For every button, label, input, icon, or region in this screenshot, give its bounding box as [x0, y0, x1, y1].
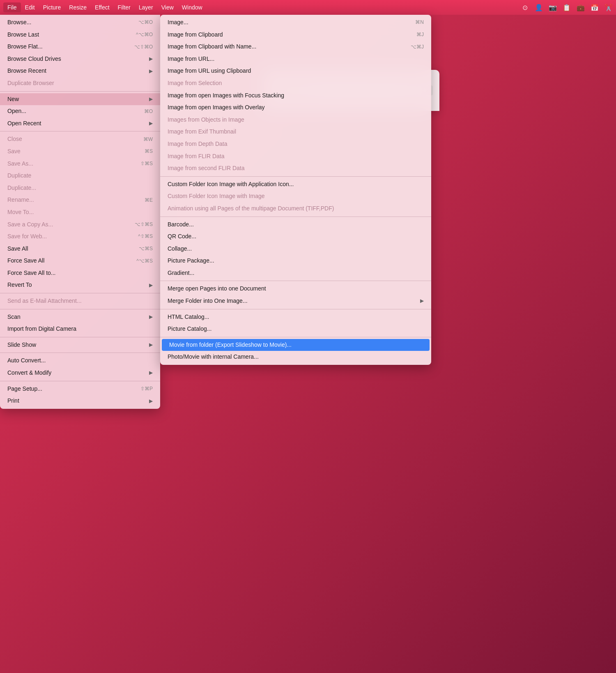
- menu-slide-show[interactable]: Slide Show ▶: [0, 339, 160, 351]
- separator-3: [0, 293, 160, 293]
- submenu-image-flir: Image from FLIR Data: [160, 150, 431, 163]
- menu-resize[interactable]: Resize: [65, 2, 91, 12]
- menu-browse-last[interactable]: Browse Last ^⌥⌘O: [0, 29, 160, 41]
- submenu-image[interactable]: Image... ⌘N: [160, 16, 431, 29]
- calendar-icon[interactable]: 📅: [591, 3, 599, 12]
- menu-view[interactable]: View: [157, 2, 178, 12]
- submenu-image-clipboard-name[interactable]: Image from Clipboard with Name... ⌥⌘J: [160, 41, 431, 53]
- new-submenu: Image... ⌘N Image from Clipboard ⌘J Imag…: [160, 15, 431, 365]
- menu-force-save-all-to[interactable]: Force Save All to...: [0, 267, 160, 279]
- submenu-image-flir2: Image from second FLIR Data: [160, 162, 431, 175]
- menu-force-save-all[interactable]: Force Save All ^⌥⌘S: [0, 255, 160, 267]
- file-menu: Browse... ⌥⌘O Browse Last ^⌥⌘O Browse Fl…: [0, 15, 160, 409]
- menu-browse[interactable]: Browse... ⌥⌘O: [0, 16, 160, 29]
- submenu-gradient[interactable]: Gradient...: [160, 267, 431, 279]
- menu-window[interactable]: Window: [178, 2, 207, 12]
- submenu-picture-catalog[interactable]: Picture Catalog...: [160, 323, 431, 335]
- menu-save-all[interactable]: Save All ⌥⌘S: [0, 243, 160, 255]
- menu-convert-modify[interactable]: Convert & Modify ▶: [0, 367, 160, 379]
- submenu-sep-3: [160, 281, 431, 281]
- camera-icon[interactable]: 📷: [549, 3, 557, 12]
- menu-file[interactable]: File: [3, 2, 21, 12]
- submenu-barcode[interactable]: Barcode...: [160, 219, 431, 231]
- submenu-image-overlay[interactable]: Image from open Images with Overlay: [160, 101, 431, 114]
- menu-move-to: Move To...: [0, 206, 160, 219]
- menu-page-setup[interactable]: Page Setup... ⇧⌘P: [0, 383, 160, 395]
- submenu-picture-package[interactable]: Picture Package...: [160, 255, 431, 267]
- menu-new[interactable]: New ▶: [0, 93, 160, 106]
- submenu-image-depth: Image from Depth Data: [160, 138, 431, 150]
- menu-revert-to[interactable]: Revert To ▶: [0, 279, 160, 291]
- menu-print[interactable]: Print ▶: [0, 395, 160, 407]
- menu-browse-recent[interactable]: Browse Recent ▶: [0, 65, 160, 77]
- submenu-merge-folder[interactable]: Merge Folder into One Image... ▶: [160, 295, 431, 307]
- menu-open-recent[interactable]: Open Recent ▶: [0, 118, 160, 130]
- submenu-collage[interactable]: Collage...: [160, 243, 431, 255]
- submenu-image-exif: Image from Exif Thumbnail: [160, 126, 431, 138]
- menu-filter[interactable]: Filter: [114, 2, 135, 12]
- submenu-merge-pages[interactable]: Merge open Pages into one Document: [160, 283, 431, 295]
- menu-save-as: Save As... ⇧⌘S: [0, 158, 160, 170]
- submenu-sep-1: [160, 176, 431, 177]
- menu-picture[interactable]: Picture: [39, 2, 65, 12]
- separator-1: [0, 91, 160, 92]
- menu-save-copy-as: Save a Copy As... ⌥⇧⌘S: [0, 219, 160, 231]
- submenu-qr-code[interactable]: QR Code...: [160, 230, 431, 243]
- submenu-html-catalog[interactable]: HTML Catalog...: [160, 311, 431, 323]
- submenu-image-selection: Image from Selection: [160, 77, 431, 90]
- clipboard-icon[interactable]: 📋: [563, 3, 571, 12]
- submenu-image-clipboard[interactable]: Image from Clipboard ⌘J: [160, 29, 431, 41]
- submenu-custom-folder-icon-image: Custom Folder Icon Image with Image: [160, 190, 431, 203]
- menu-save-for-web: Save for Web... ^⇧⌘S: [0, 230, 160, 243]
- menubar: File Edit Picture Resize Effect Filter L…: [0, 0, 616, 15]
- tool-icon[interactable]: ✂️: [605, 3, 613, 12]
- menu-duplicate-browser: Duplicate Browser: [0, 77, 160, 90]
- menu-import-camera[interactable]: Import from Digital Camera: [0, 323, 160, 335]
- submenu-animation-tiff-pdf: Animation using all Pages of the multipa…: [160, 203, 431, 215]
- menu-duplicate: Duplicate: [0, 170, 160, 182]
- menu-close: Close ⌘W: [0, 133, 160, 145]
- menu-browse-flat[interactable]: Browse Flat... ⌥⇧⌘O: [0, 41, 160, 53]
- submenu-photo-movie-camera[interactable]: Photo/Movie with internal Camera...: [160, 351, 431, 363]
- submenu-sep-4: [160, 309, 431, 309]
- separator-2: [0, 131, 160, 131]
- submenu-sep-5: [160, 337, 431, 337]
- submenu-sep-2: [160, 217, 431, 217]
- menu-open[interactable]: Open... ⌘O: [0, 105, 160, 118]
- separator-6: [0, 353, 160, 353]
- menu-duplicate-dots: Duplicate...: [0, 182, 160, 194]
- person-icon[interactable]: 👤: [535, 3, 543, 12]
- separator-4: [0, 309, 160, 309]
- target-icon[interactable]: ⊙: [521, 3, 529, 12]
- menu-effect[interactable]: Effect: [91, 2, 114, 12]
- menu-save: Save ⌘S: [0, 145, 160, 158]
- menu-layer[interactable]: Layer: [135, 2, 157, 12]
- submenu-images-objects: Images from Objects in Image: [160, 114, 431, 126]
- briefcase-icon[interactable]: 💼: [577, 3, 585, 12]
- menu-auto-convert[interactable]: Auto Convert...: [0, 355, 160, 367]
- submenu-image-url-clipboard[interactable]: Image from URL using Clipboard: [160, 65, 431, 77]
- submenu-movie-from-folder[interactable]: Movie from folder (Export Slideshow to M…: [162, 339, 430, 351]
- menubar-icons: ⊙ 👤 📷 📋 💼 📅 ✂️: [521, 3, 613, 12]
- submenu-image-url[interactable]: Image from URL...: [160, 53, 431, 65]
- separator-7: [0, 381, 160, 381]
- menu-scan[interactable]: Scan ▶: [0, 311, 160, 323]
- menu-edit[interactable]: Edit: [21, 2, 39, 12]
- separator-5: [0, 337, 160, 337]
- menu-rename: Rename... ⌘E: [0, 194, 160, 206]
- submenu-custom-folder-icon[interactable]: Custom Folder Icon Image with Applicatio…: [160, 178, 431, 191]
- submenu-image-focus-stacking[interactable]: Image from open Images with Focus Stacki…: [160, 90, 431, 102]
- menu-send-email: Send as E-Mail Attachment...: [0, 295, 160, 307]
- menu-browse-cloud[interactable]: Browse Cloud Drives ▶: [0, 53, 160, 65]
